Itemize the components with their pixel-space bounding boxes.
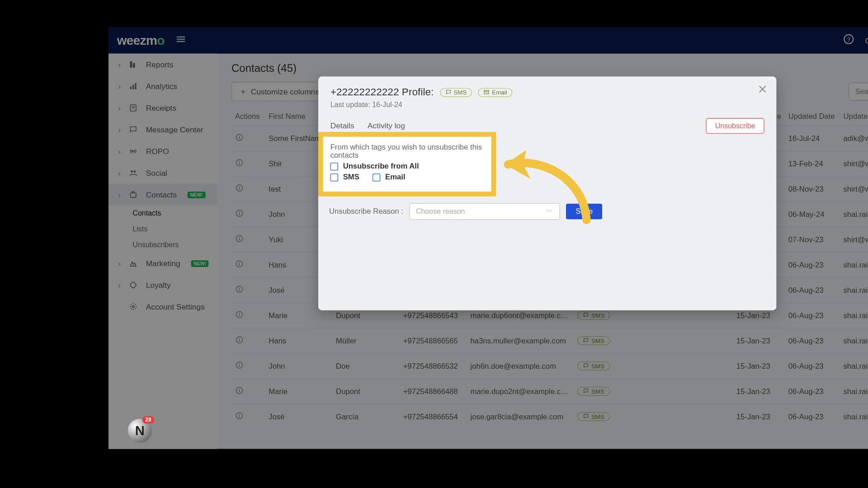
- save-button[interactable]: Save: [566, 204, 603, 220]
- checkbox-unsubscribe-all[interactable]: [330, 162, 338, 170]
- chevron-down-icon: ﹀: [546, 206, 553, 217]
- modal-last-update: Last update: 16-Jul-24: [330, 101, 764, 109]
- notifications-badge[interactable]: N: [128, 419, 152, 443]
- unsubscribe-prompt: From which tags you wish to unsubscribe …: [330, 143, 484, 160]
- tag-pill-email: Email: [478, 88, 513, 97]
- unsubscribe-button[interactable]: Unsubscribe: [706, 118, 764, 134]
- opt-all-label: Unsubscribe from All: [343, 162, 419, 171]
- opt-email-label: Email: [385, 173, 405, 182]
- checkbox-sms[interactable]: [330, 173, 338, 181]
- opt-sms-label: SMS: [343, 173, 359, 182]
- profile-modal: +22222222222 Profile: SMS Email Last upd…: [318, 76, 776, 310]
- modal-title: +22222222222 Profile:: [330, 86, 434, 99]
- tab-details[interactable]: Details: [330, 117, 354, 134]
- unsubscribe-options-highlight: From which tags you wish to unsubscribe …: [318, 132, 496, 197]
- unsubscribe-reason-label: Unsubscribe Reason :: [329, 207, 403, 216]
- tag-pill-sms: SMS: [440, 88, 472, 97]
- close-icon[interactable]: [757, 84, 768, 97]
- tab-activity-log[interactable]: Activity log: [368, 117, 405, 134]
- unsubscribe-reason-select[interactable]: Choose reason ﹀: [409, 203, 560, 220]
- annotation-arrow-icon: [493, 141, 602, 238]
- checkbox-email[interactable]: [373, 173, 380, 181]
